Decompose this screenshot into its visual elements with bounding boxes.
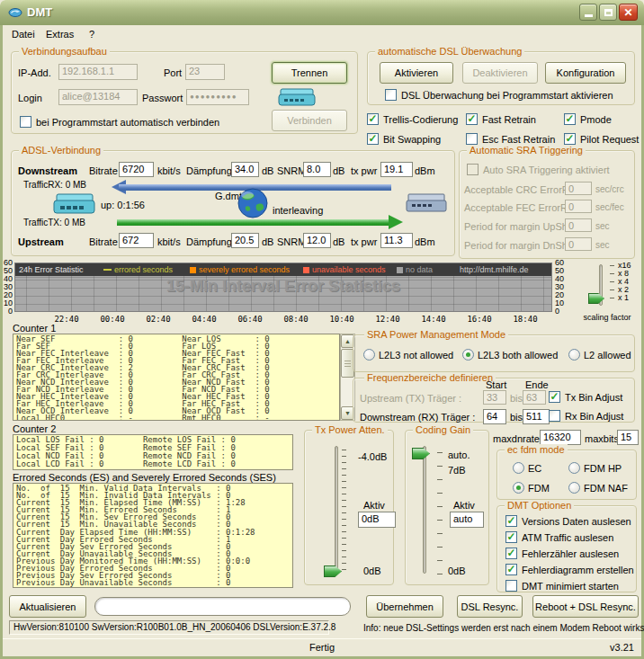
connect-button[interactable]: Verbinden [272, 110, 347, 131]
dbm-unit-up: dBm [415, 236, 435, 247]
radio-l2-allowed[interactable]: L2 allowed [568, 349, 631, 361]
tx-atten-aktiv-label: Aktiv [363, 500, 385, 511]
login-label: Login [18, 93, 42, 103]
radio-ec[interactable]: EC [513, 462, 541, 474]
port-field[interactable]: 23 [185, 64, 225, 80]
tx-atten-aktiv-field[interactable]: 0dB [358, 512, 396, 528]
radio-fdm-hp[interactable]: FDM HP [568, 462, 622, 474]
maxdnrate-field[interactable]: 16320 [540, 430, 581, 445]
disconnect-button[interactable]: Trennen [272, 62, 347, 84]
fast-retrain-checkbox[interactable]: Fast Retrain [466, 113, 536, 125]
monitoring-startup-checkbox[interactable]: DSL Überwachung bei Programmstart aktivi… [385, 89, 613, 101]
connection-title: Verbindungsaufbau [19, 46, 110, 58]
radio-l2l3-both-allowed[interactable]: L2L3 both allowed [462, 349, 558, 361]
coding-gain-slider-track[interactable] [423, 446, 426, 574]
title-bar[interactable]: DMT ✕ [0, 0, 644, 25]
login-field[interactable]: alice@13184 [58, 89, 138, 105]
trellis-checkbox[interactable]: Trellis-Codierung [367, 113, 458, 125]
password-field[interactable]: ●●●●●●●●● [186, 89, 249, 105]
freq-downstream-start-field[interactable]: 64 [483, 409, 506, 424]
counter2-box: Local LOS Fail : 0 Remote LOS Fail : 0 L… [13, 434, 293, 470]
dmt-minimiert-checkbox[interactable]: DMT minimiert starten [505, 580, 619, 592]
esc-fast-retrain-checkbox[interactable]: Esc Fast Retrain [466, 133, 555, 145]
x-tick: 02:40 [139, 315, 177, 324]
tx-bin-adjust-checkbox[interactable]: Tx Bin Adjust [549, 391, 622, 403]
menu-help[interactable]: ? [85, 28, 98, 40]
down-snrm-field[interactable]: 8.0 [303, 162, 331, 177]
tx-atten-ticks [342, 450, 346, 572]
checkbox-icon [505, 564, 517, 575]
close-button[interactable]: ✕ [619, 4, 638, 21]
maximize-button[interactable] [599, 4, 617, 21]
autoconnect-checkbox[interactable]: bei Programmstart automatisch verbinden [20, 116, 219, 128]
fehlerzaehler-checkbox[interactable]: Fehlerzähler auslesen [505, 548, 619, 559]
bitrate-label-up: Bitrate [89, 236, 118, 247]
menu-datei[interactable]: Datei [8, 28, 39, 40]
freq-upstream-start-field[interactable]: 33 [483, 390, 506, 405]
up-snrm-field[interactable]: 12.0 [303, 233, 331, 248]
fec-errorrate-field[interactable]: 0 [565, 200, 592, 213]
coding-gain-ticks [437, 452, 443, 578]
refresh-button[interactable]: Aktualisieren [9, 595, 86, 618]
bit-swapping-checkbox[interactable]: Bit Swapping [367, 133, 441, 145]
reboot-resync-button[interactable]: Reboot + DSL Resync. [532, 595, 639, 618]
up-txpwr-field[interactable]: 11.3 [380, 233, 413, 248]
down-attenuation-field[interactable]: 34.0 [231, 162, 259, 177]
atm-traffic-checkbox[interactable]: ATM Traffic auslesen [505, 531, 613, 543]
down-txpwr-field[interactable]: 19.1 [380, 162, 413, 177]
radio-icon [363, 349, 375, 361]
radio-fdm-naf[interactable]: FDM NAF [568, 482, 628, 494]
crc-errorrate-unit: sec/crc [595, 184, 624, 194]
coding-gain-top-label: auto. [448, 450, 470, 460]
checkbox-icon [20, 116, 31, 128]
freq-downstream-end-field[interactable]: 511 [523, 409, 550, 424]
dsl-resync-button[interactable]: DSL Resync. [457, 595, 523, 618]
legend-unavailable: unavailable seconds [303, 263, 386, 276]
menu-extras[interactable]: Extras [42, 28, 77, 40]
radio-l2l3-not-allowed[interactable]: L2L3 not allowed [363, 349, 453, 361]
pilot-request-checkbox[interactable]: Pilot Request [564, 133, 639, 145]
upshift-unit: sec [595, 221, 610, 231]
deactivate-button[interactable]: Deaktivieren [462, 62, 538, 84]
scaling-ticks [610, 265, 614, 301]
coding-gain-aktiv-field[interactable]: auto [450, 512, 484, 528]
checkbox-label: DMT minimiert starten [522, 581, 619, 592]
auto-sra-checkbox[interactable]: Auto SRA Triggering aktiviert [467, 164, 610, 175]
radio-fdm[interactable]: FDM [513, 482, 550, 494]
auto-sra-label: Auto SRA Triggering aktiviert [483, 165, 610, 175]
freq-upstream-end-field[interactable]: 63 [523, 390, 546, 405]
versions-daten-checkbox[interactable]: Versions Daten auslesen [505, 515, 631, 527]
ip-field[interactable]: 192.168.1.1 [58, 64, 138, 80]
fehlerdiagramm-checkbox[interactable]: Fehlerdiagramm erstellen [505, 564, 634, 575]
rx-bin-adjust-checkbox[interactable]: Rx Bin Adjust [549, 410, 623, 422]
config-button[interactable]: Konfiguration [545, 62, 626, 84]
tx-atten-slider-track[interactable] [335, 446, 338, 574]
checkbox-label: Fehlerdiagramm erstellen [522, 565, 634, 575]
activate-button[interactable]: Aktivieren [380, 62, 453, 84]
es-ses-box: No. of 15 Min. Valid Data Intervals : 0 … [13, 483, 293, 588]
up-attenuation-field[interactable]: 20.5 [231, 233, 259, 248]
radio-icon [568, 482, 580, 494]
legend-no-data: no data [397, 263, 433, 276]
dnshift-field[interactable]: 0 [565, 237, 592, 251]
upshift-field[interactable]: 0 [565, 218, 592, 232]
kbit-unit-up: kbit/s [157, 236, 181, 247]
radio-icon [568, 462, 580, 474]
coding-gain-title: Coding Gain [413, 424, 473, 436]
maxbits-field[interactable]: 15 [617, 430, 639, 445]
kbit-unit-down: kbit/s [157, 165, 181, 176]
maxbits-label: maxbits: [585, 433, 622, 444]
version-info: HwVersion:810100 SwVersion:R100B01.0B_HN… [9, 620, 329, 635]
up-bitrate-field[interactable]: 672 [119, 233, 154, 248]
tx-atten-bottom-label: 0dB [363, 565, 381, 576]
crc-errorrate-field[interactable]: 0 [565, 182, 592, 195]
minimize-button[interactable] [579, 4, 597, 21]
legend-errored-seconds: errored seconds [103, 263, 173, 276]
pmode-checkbox[interactable]: Pmode [564, 113, 612, 125]
dmt-window: DMT ✕ Datei Extras ? Verbindungsaufbau I… [0, 0, 644, 659]
x-tick: 06:40 [231, 315, 269, 324]
chart-header: 24h Error Statistic errored seconds seve… [15, 263, 551, 276]
radio-label: FDM NAF [584, 483, 628, 494]
apply-button[interactable]: Übernehmen [366, 595, 443, 618]
down-bitrate-field[interactable]: 6720 [119, 162, 154, 177]
